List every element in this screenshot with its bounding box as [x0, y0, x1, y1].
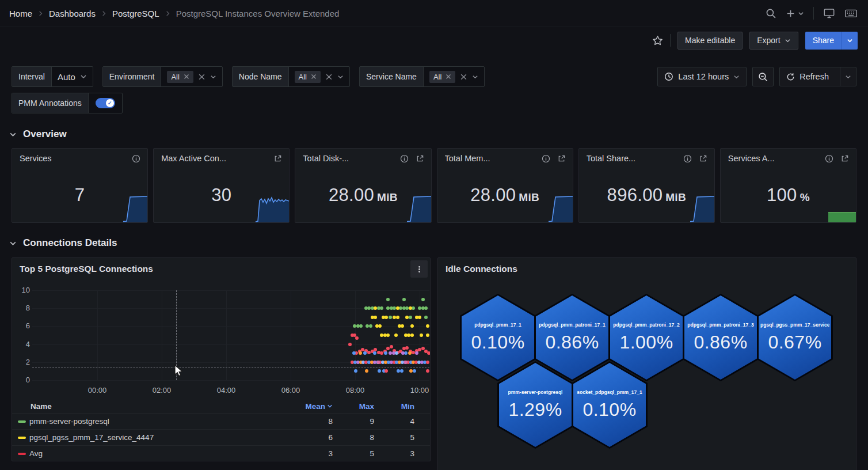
- refresh-button[interactable]: Refresh: [780, 67, 835, 86]
- external-link-icon[interactable]: [699, 154, 707, 163]
- breadcrumb-postgresql[interactable]: PostgreSQL: [112, 9, 159, 18]
- refresh-interval-button[interactable]: [840, 67, 856, 86]
- interval-select[interactable]: Auto: [52, 67, 93, 86]
- hexagon-service-label: socket_pdpgsql_pmm_17_1: [577, 389, 642, 395]
- time-range-label: Last 12 hours: [678, 72, 729, 81]
- data-point: [384, 351, 387, 355]
- data-point: [402, 298, 406, 301]
- hexagon-value: 0.86%: [694, 332, 747, 353]
- share-button[interactable]: Share: [805, 32, 842, 50]
- remove-value-icon[interactable]: [446, 74, 451, 79]
- clear-all-icon[interactable]: [325, 73, 333, 81]
- external-link-icon[interactable]: [840, 154, 849, 163]
- breadcrumb: Home Dashboards PostgreSQL PostgreSQL In…: [9, 9, 339, 18]
- info-icon: [132, 154, 140, 163]
- series-max: 8: [333, 433, 374, 442]
- hexagon-value: 0.10%: [583, 399, 636, 420]
- series-mean: 8: [292, 417, 333, 426]
- selected-value-chip[interactable]: All: [295, 71, 321, 83]
- data-point: [378, 369, 381, 373]
- template-variables: EnvironmentAllNode NameAllService NameAl…: [102, 66, 485, 87]
- breadcrumb-home[interactable]: Home: [9, 9, 32, 18]
- legend-column-mean[interactable]: Mean: [292, 402, 333, 411]
- selected-value-chip[interactable]: All: [429, 71, 455, 83]
- remove-value-icon[interactable]: [311, 74, 317, 79]
- search-icon[interactable]: [766, 8, 776, 19]
- stat-panel-title[interactable]: Total Mem...: [445, 154, 490, 163]
- data-point: [408, 351, 412, 355]
- variable-select[interactable]: All: [161, 67, 222, 86]
- star-icon[interactable]: [652, 35, 663, 46]
- stat-panel-title[interactable]: Max Active Con...: [161, 154, 226, 163]
- hexagon-pdpgsql_pmm_patroni_17_3[interactable]: pdpgsql_pmm_patroni_17_30.86%: [683, 294, 759, 381]
- crosshair-horizontal: [32, 367, 429, 367]
- data-point: [396, 306, 399, 310]
- stat-value-number: 30: [211, 185, 231, 205]
- panel-title[interactable]: Top 5 PostgreSQL Connections: [20, 264, 153, 274]
- breadcrumb-dashboards[interactable]: Dashboards: [49, 9, 96, 18]
- clear-all-icon[interactable]: [198, 73, 205, 81]
- remove-value-icon[interactable]: [184, 74, 189, 79]
- variable-select[interactable]: All: [289, 67, 349, 86]
- kebab-menu-icon[interactable]: [410, 260, 428, 278]
- stat-panel-3: Total Mem...28.00MiB: [437, 148, 573, 223]
- make-editable-button[interactable]: Make editable: [677, 32, 743, 50]
- stat-panel-title[interactable]: Total Disk-...: [303, 154, 349, 163]
- chevron-right-icon: [165, 10, 171, 17]
- series-name[interactable]: pgsql_pgss_pmm_17_service_4447: [18, 433, 292, 442]
- stat-panel-title[interactable]: Services: [20, 154, 52, 163]
- external-link-icon[interactable]: [416, 154, 424, 163]
- series-label: pgsql_pgss_pmm_17_service_4447: [29, 433, 154, 442]
- chevron-down-icon: [733, 74, 740, 80]
- stat-panel-icons: [400, 154, 424, 163]
- pmm-annotations-toggle[interactable]: ✓: [96, 98, 115, 108]
- variable-node-name: Node NameAll: [232, 66, 350, 87]
- panel-title[interactable]: Idle Connections: [446, 264, 517, 274]
- keyboard-icon[interactable]: [844, 7, 858, 19]
- data-point: [355, 336, 359, 340]
- scatter-plot[interactable]: [32, 290, 429, 380]
- stat-panel-title[interactable]: Services A...: [728, 154, 775, 163]
- data-point: [409, 306, 412, 310]
- data-point: [409, 316, 412, 319]
- data-point: [380, 306, 383, 310]
- section-overview[interactable]: Overview: [0, 128, 868, 140]
- export-button[interactable]: Export: [749, 32, 798, 50]
- chevron-down-icon: [9, 240, 17, 247]
- hexagon-value: 0.67%: [768, 332, 821, 353]
- clear-all-icon[interactable]: [460, 73, 467, 81]
- add-panel-button[interactable]: [786, 9, 804, 18]
- time-range-picker[interactable]: Last 12 hours: [657, 67, 747, 86]
- series-name[interactable]: pmm-server-postgresql: [18, 417, 292, 426]
- data-point: [410, 324, 414, 328]
- hexagon-body: pdpgsql_pmm_17_10.10%: [462, 295, 534, 380]
- series-name[interactable]: Avg: [18, 449, 292, 458]
- stat-value-number: 28.00: [470, 185, 516, 205]
- stat-panel-title[interactable]: Total Share...: [587, 154, 635, 163]
- series-mean: 3: [292, 449, 333, 458]
- sort-chevron-icon: [327, 403, 333, 409]
- legend-column-name[interactable]: Name: [18, 402, 292, 411]
- hexagon-service-label: pdpgsql_pmm_patroni_17_3: [687, 322, 753, 328]
- selected-value-chip[interactable]: All: [167, 71, 193, 83]
- share-menu-button[interactable]: [842, 32, 858, 50]
- gridline: [32, 290, 429, 291]
- hexagon-body: socket_pdpgsql_pmm_17_10.10%: [573, 363, 646, 447]
- section-connections-details[interactable]: Connections Details: [0, 237, 868, 249]
- data-point: [359, 351, 362, 355]
- zoom-out-button[interactable]: [752, 67, 774, 86]
- data-point: [418, 316, 421, 319]
- hexagon-pgsql_pgss_pmm_17_service_4447[interactable]: pgsql_pgss_pmm_17_service_44470.67%: [757, 294, 833, 381]
- legend-column-max[interactable]: Max: [333, 402, 374, 411]
- pmm-annotations-control: PMM Annotations ✓: [12, 93, 123, 113]
- legend-column-min[interactable]: Min: [374, 402, 414, 411]
- chevron-down-icon: [798, 10, 804, 17]
- variable-select[interactable]: All: [424, 67, 484, 86]
- external-link-icon[interactable]: [557, 154, 566, 163]
- external-link-icon[interactable]: [273, 154, 282, 163]
- monitor-icon[interactable]: [823, 7, 835, 19]
- stat-panel-2: Total Disk-...28.00MiB: [295, 148, 431, 223]
- hexagon-body: pgsql_pgss_pmm_17_service_44470.67%: [759, 295, 831, 380]
- stat-panel-header: Total Share...: [579, 149, 714, 163]
- stat-panel-header: Total Disk-...: [295, 149, 431, 163]
